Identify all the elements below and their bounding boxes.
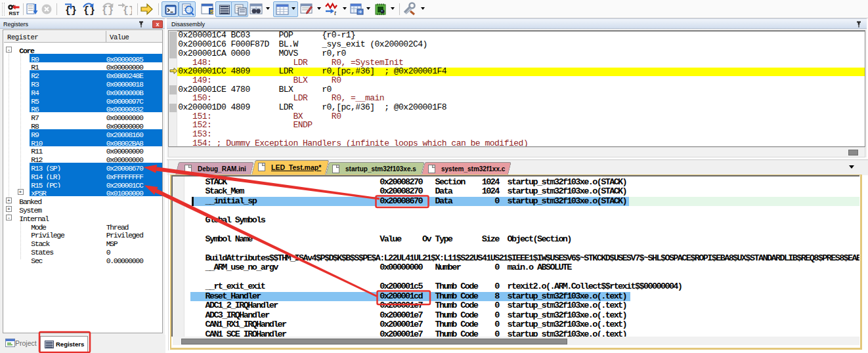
svg-text:S: S [210, 9, 214, 15]
svg-text:{}: {} [83, 5, 95, 16]
svg-text:RST: RST [9, 10, 20, 16]
svg-text:{}: {} [123, 5, 132, 16]
svg-text:t: t [334, 9, 337, 16]
